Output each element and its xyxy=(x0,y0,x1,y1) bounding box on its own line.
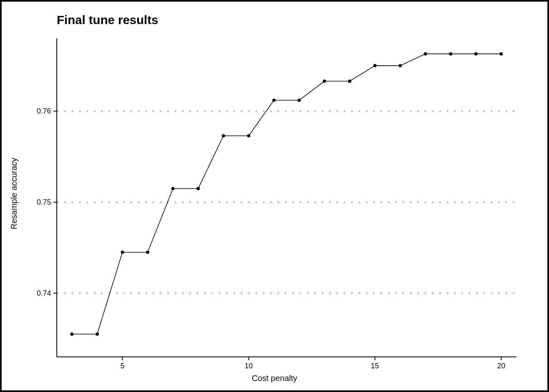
x-tick-label: 10 xyxy=(245,362,253,370)
svg-point-23 xyxy=(348,80,351,83)
y-tick-label: 0.74 xyxy=(37,289,51,298)
svg-point-16 xyxy=(171,187,174,190)
svg-point-19 xyxy=(247,134,250,137)
y-tick-label: 0.75 xyxy=(37,198,51,207)
svg-point-29 xyxy=(500,52,503,56)
svg-point-20 xyxy=(272,99,276,102)
svg-point-27 xyxy=(449,52,452,56)
x-axis-label: Cost penalty xyxy=(252,374,297,383)
svg-point-26 xyxy=(424,52,427,56)
x-tick-label: 15 xyxy=(371,362,379,370)
svg-point-28 xyxy=(474,52,478,56)
chart-plot xyxy=(2,2,547,390)
x-tick-label: 20 xyxy=(497,362,505,370)
svg-point-25 xyxy=(399,64,402,67)
svg-point-14 xyxy=(121,251,124,254)
svg-point-12 xyxy=(70,332,74,336)
y-tick-label: 0.76 xyxy=(37,107,51,116)
x-tick-label: 5 xyxy=(121,362,125,370)
chart-frame: Final tune results Resample accuracy Cos… xyxy=(0,0,549,392)
svg-point-15 xyxy=(146,251,150,254)
svg-point-24 xyxy=(373,64,377,67)
svg-point-18 xyxy=(222,134,225,137)
svg-point-17 xyxy=(196,187,200,190)
svg-point-21 xyxy=(297,99,301,102)
svg-point-22 xyxy=(323,80,326,83)
y-axis-label: Resample accuracy xyxy=(9,158,19,229)
svg-point-13 xyxy=(96,332,99,336)
